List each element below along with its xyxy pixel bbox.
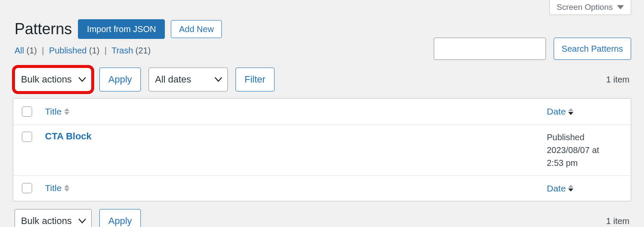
- row-date-cell: Published 2023/08/07 at 2:53 pm: [545, 125, 631, 175]
- screen-options-label: Screen Options: [557, 3, 613, 12]
- caret-down-icon: [617, 5, 624, 9]
- bulk-actions-value: Bulk actions: [21, 74, 72, 85]
- item-count-top: 1 item: [606, 75, 629, 85]
- column-date-footer[interactable]: Date: [547, 182, 573, 195]
- chevron-down-icon: [78, 77, 86, 82]
- select-all-checkbox-top[interactable]: [22, 106, 32, 117]
- row-date-line2: 2:53 pm: [547, 156, 622, 169]
- page-title: Patterns: [15, 20, 72, 38]
- bulk-actions-select[interactable]: Bulk actions: [15, 68, 92, 91]
- chevron-down-icon: [215, 77, 222, 82]
- import-from-json-button[interactable]: Import from JSON: [78, 19, 165, 39]
- select-all-checkbox-bottom[interactable]: [22, 183, 32, 193]
- filter-trash-link[interactable]: Trash: [111, 46, 133, 55]
- sort-icon: [568, 185, 573, 192]
- chevron-down-icon: [78, 218, 86, 224]
- row-title-link[interactable]: CTA Block: [45, 131, 92, 142]
- bulk-actions-value: Bulk actions: [21, 215, 72, 227]
- filter-published-count: (1): [89, 46, 99, 55]
- date-filter-value: All dates: [155, 74, 191, 85]
- row-date-line1: 2023/08/07 at: [547, 144, 622, 156]
- filter-all-count: (1): [27, 46, 37, 55]
- filter-sep: |: [102, 46, 109, 55]
- search-button[interactable]: Search Patterns: [554, 38, 631, 60]
- sort-icon: [64, 108, 69, 115]
- row-date-status: Published: [547, 131, 622, 144]
- tablenav-bottom: Bulk actions Apply 1 item: [0, 201, 644, 227]
- column-date-label: Date: [547, 105, 566, 118]
- filter-sep: |: [39, 46, 47, 55]
- filter-published-link[interactable]: Published: [49, 46, 87, 55]
- tablenav-top: Bulk actions Apply All dates Filter 1 it…: [0, 68, 644, 98]
- column-title-footer[interactable]: Title: [45, 183, 69, 193]
- bulk-actions-select-bottom[interactable]: Bulk actions: [15, 209, 92, 227]
- search-input[interactable]: [434, 38, 546, 60]
- column-title-header[interactable]: Title: [45, 106, 69, 117]
- sort-icon: [64, 185, 69, 192]
- column-date-label: Date: [547, 182, 566, 195]
- item-count-bottom: 1 item: [606, 216, 629, 226]
- list-table: Title Date CTA Block Published 2023/08/0…: [13, 98, 631, 201]
- row-checkbox[interactable]: [22, 132, 32, 142]
- filter-trash-count: (21): [135, 46, 151, 55]
- sort-icon: [568, 108, 573, 115]
- date-filter-select[interactable]: All dates: [149, 68, 228, 91]
- add-new-button[interactable]: Add New: [171, 20, 222, 38]
- table-row: CTA Block Published 2023/08/07 at 2:53 p…: [13, 125, 631, 176]
- bulk-apply-button-bottom[interactable]: Apply: [99, 209, 141, 227]
- bulk-apply-button[interactable]: Apply: [99, 68, 141, 91]
- screen-options-tab[interactable]: Screen Options: [549, 0, 631, 15]
- filter-all-link[interactable]: All: [15, 46, 24, 55]
- filter-button[interactable]: Filter: [236, 68, 274, 91]
- table-footer-row: Title Date: [13, 176, 631, 201]
- column-title-label: Title: [45, 106, 62, 117]
- column-title-label: Title: [45, 183, 62, 193]
- column-date-header[interactable]: Date: [547, 105, 573, 118]
- table-header-row: Title Date: [13, 99, 631, 125]
